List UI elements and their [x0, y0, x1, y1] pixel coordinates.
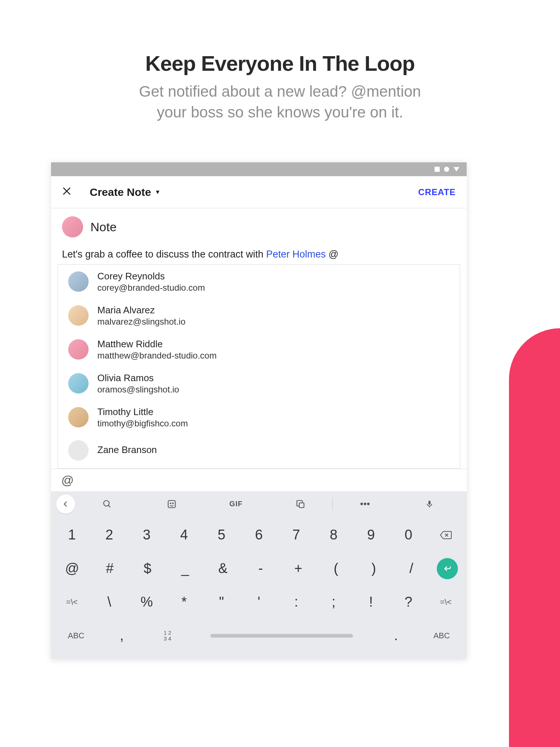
key-backslash[interactable]: \ [91, 587, 128, 618]
suggestion-item[interactable]: Corey Reynolds corey@branded-studio.com [58, 265, 460, 299]
suggestion-item[interactable]: Maria Alvarez malvarez@slingshot.io [58, 299, 460, 333]
author-avatar [62, 216, 83, 237]
translate-icon[interactable] [268, 491, 333, 517]
create-button[interactable]: CREATE [418, 187, 456, 197]
key-percent[interactable]: % [128, 587, 166, 618]
keyboard-row-2: @ # $ _ & - + ( ) / [53, 553, 464, 584]
key-underscore[interactable]: _ [166, 553, 204, 584]
svg-rect-4 [168, 500, 175, 508]
key-symswitch-right[interactable]: =\< [427, 587, 464, 618]
suggestion-item[interactable]: Olivia Ramos oramos@slingshot.io [58, 367, 460, 400]
svg-point-2 [104, 500, 109, 506]
suggestion-email: matthew@branded-studio.com [97, 351, 217, 361]
keyboard-row-1: 1 2 3 4 5 6 7 8 9 0 [53, 520, 464, 550]
search-icon[interactable] [75, 491, 140, 517]
suggestion-avatar [68, 339, 89, 360]
keyboard-back-button[interactable] [56, 495, 75, 514]
key-3[interactable]: 3 [128, 520, 166, 550]
suggestion-name: Corey Reynolds [97, 271, 205, 282]
backspace-key[interactable] [427, 520, 464, 550]
note-text: Let's grab a coffee to discuss the contr… [62, 249, 266, 260]
note-header: Note [51, 208, 467, 237]
appbar-title[interactable]: Create Note [90, 186, 151, 198]
key-at[interactable]: @ [53, 553, 91, 584]
suggestion-text: @ [61, 473, 74, 487]
hero-subtitle: Get notified about a new lead? @mention … [0, 81, 560, 123]
key-lparen[interactable]: ( [317, 553, 355, 584]
keyboard: GIF ••• 1 2 3 4 5 6 7 8 9 0 [51, 491, 467, 659]
more-icon[interactable]: ••• [333, 491, 397, 517]
key-symswitch-left[interactable]: =\< [53, 587, 91, 618]
key-abc-left[interactable]: ABC [53, 620, 99, 651]
key-minus[interactable]: - [242, 553, 279, 584]
status-square-icon [435, 167, 440, 172]
suggestion-name: Olivia Ramos [97, 372, 179, 384]
suggestion-item[interactable]: Timothy Little timothy@bigfishco.com [58, 400, 460, 434]
key-dquote[interactable]: " [203, 587, 240, 618]
key-0[interactable]: 0 [390, 520, 427, 550]
note-section-label: Note [90, 220, 117, 234]
sticker-icon[interactable] [140, 491, 204, 517]
svg-rect-8 [299, 503, 304, 508]
suggestion-avatar [68, 271, 89, 292]
suggestion-email: malvarez@slingshot.io [97, 317, 186, 327]
status-circle-icon [444, 167, 449, 172]
suggestion-email: corey@branded-studio.com [97, 283, 205, 293]
suggestion-avatar [68, 373, 89, 394]
mention-suggestions: Corey Reynolds corey@branded-studio.com … [58, 264, 460, 469]
suggestion-name: Timothy Little [97, 406, 188, 418]
key-squote[interactable]: ' [240, 587, 278, 618]
suggestion-item[interactable]: Zane Branson [58, 434, 460, 467]
suggestion-item[interactable]: Matthew Riddle matthew@branded-studio.co… [58, 333, 460, 367]
key-rparen[interactable]: ) [355, 553, 392, 584]
key-5[interactable]: 5 [203, 520, 240, 550]
note-text-after: @ [326, 249, 339, 260]
suggestion-avatar [68, 440, 89, 461]
key-2[interactable]: 2 [91, 520, 128, 550]
mic-icon[interactable] [397, 491, 462, 517]
spacebar-key[interactable] [190, 620, 373, 651]
key-colon[interactable]: : [277, 587, 315, 618]
chevron-down-icon[interactable]: ▼ [155, 189, 160, 196]
key-star[interactable]: * [166, 587, 203, 618]
key-comma[interactable]: , [99, 620, 144, 651]
svg-point-5 [170, 503, 171, 504]
key-8[interactable]: 8 [315, 520, 353, 550]
key-4[interactable]: 4 [166, 520, 203, 550]
svg-line-3 [109, 505, 110, 507]
hero: Keep Everyone In The Loop Get notified a… [0, 0, 560, 123]
suggestion-name: Zane Branson [97, 444, 157, 456]
suggestion-name: Maria Alvarez [97, 305, 186, 316]
gif-button[interactable]: GIF [204, 491, 268, 517]
suggestion-name: Matthew Riddle [97, 338, 217, 350]
key-dollar[interactable]: $ [129, 553, 166, 584]
keyboard-row-4: ABC , 1 2 3 4 . ABC [53, 620, 464, 651]
note-mention[interactable]: Peter Holmes [266, 249, 326, 260]
key-exclaim[interactable]: ! [352, 587, 390, 618]
key-amp[interactable]: & [204, 553, 242, 584]
enter-key[interactable] [437, 558, 458, 579]
key-dot[interactable]: . [373, 620, 419, 651]
device-frame: Create Note ▼ CREATE Note Let's grab a c… [51, 162, 467, 659]
key-6[interactable]: 6 [240, 520, 278, 550]
key-slash[interactable]: / [393, 553, 430, 584]
suggestion-email: timothy@bigfishco.com [97, 418, 188, 429]
keyboard-row-3: =\< \ % * " ' : ; ! ? =\< [53, 587, 464, 618]
key-abc-right[interactable]: ABC [419, 620, 464, 651]
key-1[interactable]: 1 [53, 520, 91, 550]
key-numswitch[interactable]: 1 2 3 4 [145, 620, 190, 651]
app-bar: Create Note ▼ CREATE [51, 176, 467, 208]
key-plus[interactable]: + [279, 553, 317, 584]
close-icon[interactable] [62, 185, 71, 199]
hero-title: Keep Everyone In The Loop [0, 51, 560, 76]
key-semicolon[interactable]: ; [315, 587, 353, 618]
keyboard-suggestion-bar[interactable]: @ [51, 469, 467, 491]
key-7[interactable]: 7 [277, 520, 315, 550]
svg-point-6 [172, 503, 173, 504]
suggestion-avatar [68, 305, 89, 326]
key-question[interactable]: ? [390, 587, 427, 618]
note-textarea[interactable]: Let's grab a coffee to discuss the contr… [51, 237, 467, 262]
key-9[interactable]: 9 [352, 520, 390, 550]
svg-rect-9 [428, 501, 431, 505]
key-hash[interactable]: # [91, 553, 128, 584]
